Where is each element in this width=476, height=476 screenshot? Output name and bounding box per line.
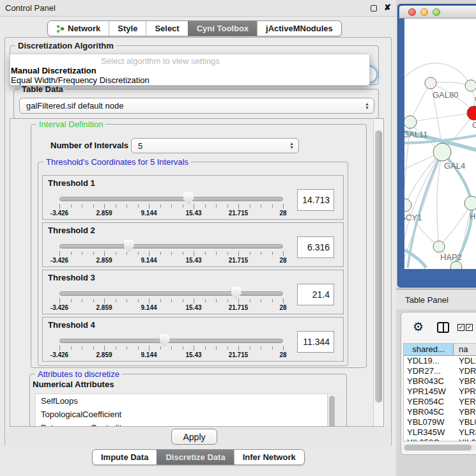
split-columns-icon[interactable] xyxy=(437,322,449,333)
table-data-combobox[interactable]: galFiltered.sif default node ▲▼ xyxy=(19,98,374,114)
threshold-slider-thumb[interactable] xyxy=(231,287,242,300)
control-panel: Control Panel ✘ NetworkStyleSelectCyni T… xyxy=(0,0,396,476)
threshold-value-field[interactable]: 11.344 xyxy=(297,331,334,353)
threshold-slider-thumb[interactable] xyxy=(124,240,134,252)
tab-network[interactable]: Network xyxy=(48,21,109,36)
network-node-label: C xyxy=(472,120,476,130)
apply-button[interactable]: Apply xyxy=(171,429,217,445)
attributes-list-scrollbar[interactable] xyxy=(328,394,336,427)
algorithm-option-manual-discretization[interactable]: Manual Discretization xyxy=(11,66,96,75)
table-cell: YDL1 xyxy=(454,356,476,366)
scrollbar-thumb[interactable] xyxy=(375,130,382,403)
tab-select[interactable]: Select xyxy=(146,21,187,36)
table-cell: YBR0 xyxy=(454,376,476,387)
network-node-top-right[interactable] xyxy=(465,80,476,91)
network-node-label: GAL4 xyxy=(444,161,465,171)
table-row[interactable]: YLR345WYLR3 xyxy=(404,427,476,438)
network-node-gal4[interactable] xyxy=(433,143,451,161)
discretization-algorithm-group-title: Discretization Algorithm xyxy=(15,41,116,50)
slider-tick-label: 15.43 xyxy=(185,304,201,311)
attribute-list-item[interactable]: SelfLoops xyxy=(36,394,327,408)
tab-jactivemnodules[interactable]: jActiveMNodules xyxy=(257,21,341,36)
threshold-value-field[interactable]: 6.316 xyxy=(297,236,334,258)
table-row[interactable]: YBL079WYBL0 xyxy=(404,417,476,427)
network-view-window[interactable]: GAL80GACGAL11GAL4GCY1HHAP2 xyxy=(397,4,476,288)
close-traffic-light-icon[interactable] xyxy=(408,8,416,16)
table-cell: YER0 xyxy=(454,397,476,407)
threshold-slider-track[interactable] xyxy=(59,244,283,249)
network-canvas[interactable]: GAL80GACGAL11GAL4GCY1HHAP2 xyxy=(404,19,476,269)
numerical-attributes-list[interactable]: SelfLoopsTopologicalCoefficientBetweenne… xyxy=(35,394,328,427)
threshold-slider-track[interactable] xyxy=(59,291,283,296)
column-header-1[interactable]: shared... xyxy=(404,344,454,356)
number-of-intervals-combobox[interactable]: 5 ▲▼ xyxy=(131,138,299,153)
scrollbar-thumb[interactable] xyxy=(404,445,472,450)
network-node-label: H xyxy=(470,211,475,221)
gear-icon[interactable]: ⚙ xyxy=(413,321,424,333)
interval-definition-group-title: Interval Definition xyxy=(36,119,105,129)
table-panel-title: Table Panel xyxy=(405,295,449,305)
network-node-h-node[interactable] xyxy=(464,196,476,210)
slider-tick-label: 2.859 xyxy=(96,210,112,217)
algorithm-option-equal-width-frequency[interactable]: Equal Width/Frequency Discretization xyxy=(11,75,150,85)
bottom-tab-bar: Impute DataDiscretize DataInfer Network xyxy=(92,449,305,465)
slider-tick-label: 9.144 xyxy=(141,351,157,358)
network-node-red-node[interactable] xyxy=(467,106,476,120)
network-node-hap2[interactable] xyxy=(433,241,445,252)
network-node-gcy1[interactable] xyxy=(404,199,411,211)
tab-label: jActiveMNodules xyxy=(266,24,333,33)
threshold-slider-track[interactable] xyxy=(59,197,283,201)
table-data-group: Table Data galFiltered.sif default node … xyxy=(13,89,379,119)
cyni-toolbox-panel: Discretization Algorithm Select algorith… xyxy=(4,37,392,446)
threshold-value-field[interactable]: 21.4 xyxy=(297,284,334,305)
table-row[interactable]: YPR145WYPR1 xyxy=(404,387,476,397)
control-panel-titlebar: Control Panel ✘ xyxy=(0,0,396,17)
node-table[interactable]: shared...na YDL19...YDL1YDR27...YDR2YBR0… xyxy=(403,343,476,441)
threshold-slider-thumb[interactable] xyxy=(183,192,194,205)
scrollbar-thumb[interactable] xyxy=(329,395,335,427)
slider-tick-label: 28 xyxy=(279,210,286,217)
slider-ticks xyxy=(59,298,283,304)
threshold-slider-track[interactable] xyxy=(59,339,283,343)
table-cell: YBR0 xyxy=(454,407,476,417)
table-row[interactable]: YDL19...YDL1 xyxy=(404,356,476,366)
minimize-traffic-light-icon[interactable] xyxy=(420,8,428,16)
tab-style[interactable]: Style xyxy=(109,21,146,36)
network-edge[interactable] xyxy=(410,113,474,122)
vertical-scrollbar[interactable] xyxy=(373,119,383,426)
tab-label: Select xyxy=(155,24,179,33)
network-edge[interactable] xyxy=(437,152,442,247)
numerical-attributes-label: Numerical Attributes xyxy=(33,380,114,389)
tab-discretize-data[interactable]: Discretize Data xyxy=(157,450,233,464)
table-row[interactable]: YIL052CYIL0 xyxy=(404,438,476,441)
horizontal-scrollbar[interactable] xyxy=(403,444,476,451)
checkbox-checked-icon[interactable]: ✓ xyxy=(457,324,464,331)
table-row[interactable]: YER054CYER0 xyxy=(404,397,476,407)
float-window-icon[interactable] xyxy=(371,5,377,12)
tab-impute-data[interactable]: Impute Data xyxy=(93,450,157,464)
network-node-gal11[interactable] xyxy=(404,116,417,128)
threshold-value-field[interactable]: 14.713 xyxy=(297,189,334,211)
thresholds-group: Threshold's Coordinates for 5 Intervals … xyxy=(38,162,348,366)
thresholds-group-title: Threshold's Coordinates for 5 Intervals xyxy=(43,157,191,167)
threshold-slider-thumb[interactable] xyxy=(160,334,170,347)
table-data-group-title: Table Data xyxy=(19,84,66,94)
close-icon[interactable]: ✘ xyxy=(384,3,391,12)
table-cell: YDR27... xyxy=(404,366,454,376)
attribute-list-item[interactable]: TopologicalCoefficient xyxy=(36,408,327,421)
tab-cyni-toolbox[interactable]: Cyni Toolbox xyxy=(188,21,257,36)
network-node-gal80[interactable] xyxy=(425,77,436,89)
table-row[interactable]: YBR043CYBR0 xyxy=(404,376,476,387)
checkbox-checked-icon[interactable]: ✓ xyxy=(466,324,473,331)
network-graph-icon xyxy=(56,24,65,33)
attribute-list-item[interactable]: BetweennessCentrality xyxy=(36,421,327,427)
table-cell: YLR345W xyxy=(404,427,454,438)
zoom-traffic-light-icon[interactable] xyxy=(433,8,440,16)
column-header-2[interactable]: na xyxy=(454,344,476,356)
table-row[interactable]: YDR27...YDR2 xyxy=(404,366,476,376)
control-panel-title: Control Panel xyxy=(5,3,56,13)
table-row[interactable]: YBR045CYBR0 xyxy=(404,407,476,417)
tab-infer-network[interactable]: Infer Network xyxy=(234,450,304,464)
threshold-label: Threshold 1 xyxy=(48,178,95,188)
slider-tick-label: 2.859 xyxy=(96,351,112,358)
